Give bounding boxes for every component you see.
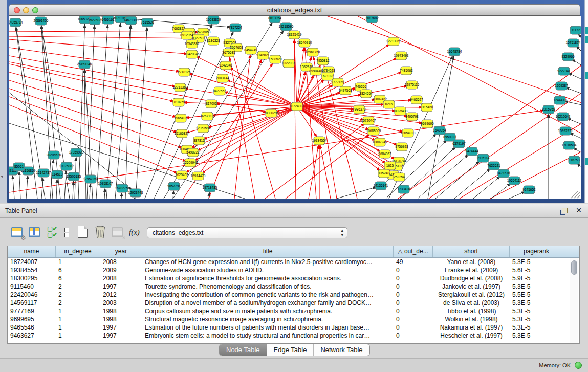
graph-node[interactable]: 20891406 (34, 17, 49, 25)
cell-title[interactable]: Structural magnetic resonance image aver… (142, 315, 394, 323)
select-all-icon[interactable]: ▢✔▢✔ (47, 226, 60, 239)
graph-edge[interactable] (185, 88, 297, 106)
graph-node[interactable]: 16210643 (556, 113, 571, 121)
graph-edge[interactable] (9, 80, 177, 132)
graph-node[interactable]: 85061 (13, 163, 25, 171)
table-row[interactable]: 946554611997Estimation of the future num… (8, 323, 579, 332)
graph-node[interactable]: 887813 (193, 137, 205, 145)
cell-short[interactable]: de Silva et al. (2003) (433, 299, 510, 307)
cell-name[interactable]: 9699695 (8, 315, 56, 323)
graph-edge[interactable] (19, 171, 20, 199)
cell-out_de[interactable]: 49 (394, 258, 433, 266)
graph-node[interactable]: 8471676 (497, 169, 510, 178)
graph-node[interactable]: 817003 (206, 100, 217, 108)
table-row[interactable]: 1872400712008Changes of HCN gene express… (8, 258, 579, 266)
select-column-icon[interactable] (29, 226, 42, 239)
graph-node[interactable]: 11172 (570, 26, 581, 34)
cell-name[interactable]: 9463627 (8, 332, 56, 340)
graph-node[interactable]: 12505185 (67, 172, 81, 181)
graph-node[interactable]: 10654112 (507, 177, 522, 185)
memory-status-icon[interactable] (575, 362, 582, 369)
cell-pagerank[interactable]: 5.9E-5 (510, 274, 563, 282)
float-panel-icon[interactable] (560, 208, 568, 214)
graph-node[interactable]: 9777169 (331, 78, 344, 86)
graph-edge[interactable] (121, 193, 122, 199)
cell-year[interactable]: 2008 (100, 258, 142, 266)
graph-node[interactable]: 26153346 (77, 60, 92, 69)
column-header-out_de[interactable]: △ out_de... (394, 246, 433, 257)
table-row[interactable]: 2242004622012Investigating the contribut… (8, 291, 579, 299)
cell-in_degree[interactable]: 1 (56, 332, 100, 340)
cell-year[interactable]: 2009 (100, 266, 142, 274)
cell-name[interactable]: 19384554 (8, 266, 56, 274)
graph-node[interactable]: 9699695 (421, 120, 434, 128)
cell-title[interactable]: Disruption of a novel member of a sodium… (142, 299, 394, 307)
cell-out_de[interactable]: 0 (394, 266, 433, 274)
graph-edge[interactable] (96, 25, 107, 199)
graph-node[interactable]: 12142737 (36, 169, 51, 177)
graph-node[interactable]: 12975115 (405, 81, 420, 89)
tab-edge-table[interactable]: Edge Table (267, 344, 314, 356)
splitpane-collapse-icon[interactable]: ◂ (1, 174, 3, 179)
cell-title[interactable]: Estimation of the future numbers of pati… (142, 323, 394, 332)
graph-node[interactable]: 6466161 (101, 16, 115, 24)
graph-node[interactable]: 15751874 (566, 39, 581, 47)
graph-node[interactable]: 8186328 (207, 37, 220, 45)
table-row[interactable]: 1938455462009Genome-wide association stu… (8, 266, 579, 274)
graph-edge[interactable] (90, 184, 91, 199)
graph-node[interactable]: 8454749 (244, 46, 257, 54)
graph-node[interactable]: 1621022 (321, 72, 334, 80)
column-header-in_degree[interactable]: in_degree (56, 246, 100, 257)
cell-name[interactable]: 22420046 (8, 291, 56, 299)
cell-short[interactable]: Stergiakouli et al. (2012) (433, 291, 510, 299)
graph-node[interactable]: 22420046 (185, 50, 200, 58)
column-header-short[interactable]: short (433, 246, 510, 257)
graph-node[interactable]: 7857224 (229, 24, 242, 32)
graph-node[interactable]: 9242848 (219, 61, 232, 70)
cell-in_degree[interactable]: 2 (56, 291, 100, 299)
resize-grip[interactable] (571, 191, 580, 198)
graph-edge[interactable] (570, 133, 581, 139)
function-builder-icon[interactable]: f(x) (129, 228, 142, 242)
cell-title[interactable]: Changes of HCN gene expression and I(f) … (142, 258, 394, 266)
column-header-title[interactable]: title (142, 246, 394, 257)
table-row[interactable]: 911546021997Tourette syndrome. Phenomeno… (8, 282, 579, 291)
cell-pagerank[interactable]: 5.3E-5 (510, 258, 563, 266)
graph-node[interactable]: 16648784 (447, 48, 462, 56)
graph-edge[interactable] (568, 73, 581, 79)
graph-node[interactable]: 10688609 (366, 127, 381, 135)
table-row[interactable]: 969969511998Structural magnetic resonanc… (8, 315, 579, 323)
graph-node[interactable]: 16914479 (191, 172, 206, 180)
graph-edge[interactable] (9, 105, 178, 173)
graph-node[interactable]: 116753 (569, 156, 580, 164)
cell-title[interactable]: Corpus callosum shape and size in male p… (142, 307, 394, 315)
graph-edge[interactable] (567, 118, 581, 124)
graph-edge[interactable] (509, 192, 525, 199)
graph-node[interactable]: 8990448 (309, 67, 322, 75)
graph-edge[interactable] (202, 106, 297, 173)
cell-name[interactable]: 9777169 (8, 307, 56, 315)
cell-pagerank[interactable]: 5.3E-5 (510, 307, 563, 315)
graph-edge[interactable] (9, 31, 199, 32)
graph-node[interactable]: 18807249 (373, 138, 387, 146)
cell-name[interactable]: 9465546 (8, 323, 56, 332)
cell-pagerank[interactable]: 5.3E-5 (510, 332, 563, 340)
table-selector-dropdown[interactable]: citations_edges.txt ▴▾ (147, 227, 347, 238)
cell-short[interactable]: Tibbo et al. (1998) (433, 307, 510, 315)
graph-node[interactable]: 19718485 (203, 184, 217, 192)
graph-node[interactable]: 10025438 (393, 107, 408, 115)
table-row[interactable]: 1456911722003Disruption of a novel membe… (8, 299, 579, 307)
graph-node[interactable]: 6216 (383, 100, 395, 108)
graph-node[interactable]: 7615526 (141, 18, 154, 27)
graph-node[interactable]: 16033809 (206, 16, 221, 24)
cell-in_degree[interactable]: 2 (56, 282, 100, 291)
graph-edge[interactable] (189, 74, 297, 106)
cell-name[interactable]: 14569117 (8, 299, 56, 307)
cell-in_degree[interactable]: 1 (56, 315, 100, 323)
graph-node[interactable]: 7625402 (175, 171, 188, 179)
graph-node[interactable]: 252254 (394, 173, 405, 181)
graph-node[interactable]: 8215958 (542, 105, 555, 114)
cell-in_degree[interactable]: 6 (56, 266, 100, 274)
cell-pagerank[interactable]: 5.3E-5 (510, 299, 563, 307)
graph-node[interactable]: 18724007 (290, 102, 304, 111)
